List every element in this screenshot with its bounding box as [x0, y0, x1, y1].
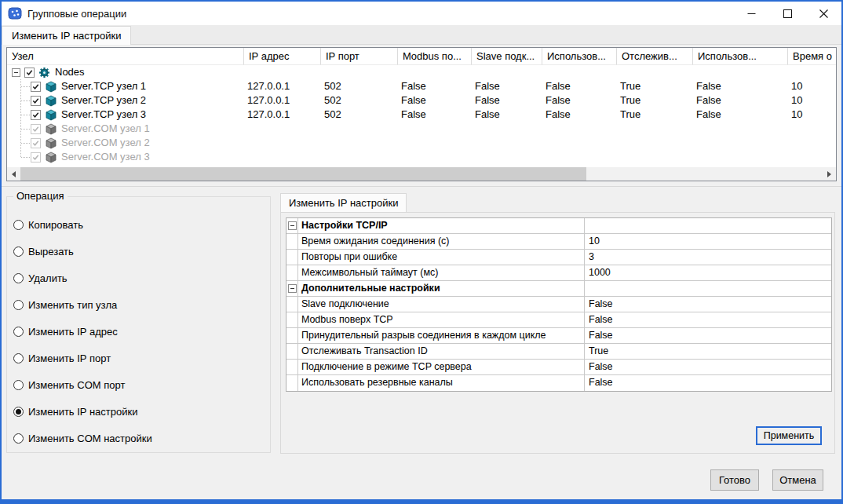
tree-connector — [12, 93, 31, 108]
maximize-button[interactable] — [769, 2, 805, 25]
scrollbar-thumb[interactable] — [20, 167, 586, 181]
scroll-left-arrow-icon[interactable] — [7, 167, 20, 181]
property-value[interactable]: False — [585, 312, 831, 327]
tree-node-label[interactable]: Server.TCP узел 1 — [61, 79, 146, 93]
checkbox-tcp3[interactable] — [31, 110, 41, 120]
radio-delete[interactable]: Удалить — [13, 265, 264, 291]
column-header-node[interactable]: Узел — [7, 48, 244, 65]
radio-change-node-type[interactable]: Изменить тип узла — [13, 291, 264, 318]
radio-change-ip-settings[interactable]: Изменить IP настройки — [13, 398, 264, 425]
tree-row-tcp1[interactable]: Server.TCP узел 1 127.0.0.1 502 False Fa… — [7, 79, 836, 93]
server-tcp-icon — [45, 81, 57, 93]
property-value[interactable]: 10 — [585, 234, 831, 249]
minimize-button[interactable] — [733, 2, 769, 25]
gear-icon — [38, 67, 51, 79]
nodes-tree-panel: Узел IP адрес IP порт Modbus по... Slave… — [6, 47, 837, 181]
column-header-ip-port[interactable]: IP порт — [321, 48, 398, 65]
property-row[interactable]: Подключение в режиме TCP сервера False — [286, 360, 831, 375]
column-header-use1[interactable]: Использов... — [542, 48, 617, 65]
radio-label: Копировать — [28, 219, 83, 231]
radio-change-ip-address[interactable]: Изменить IP адрес — [13, 318, 264, 345]
tree-node-label[interactable]: Server.TCP узел 2 — [61, 93, 146, 108]
property-row[interactable]: Slave подключение False — [286, 297, 831, 312]
radio-icon — [13, 380, 24, 390]
cell-use1: False — [542, 108, 617, 122]
tree-row-tcp3[interactable]: Server.TCP узел 3 127.0.0.1 502 False Fa… — [7, 108, 836, 122]
column-header-modbus[interactable]: Modbus по... — [398, 48, 472, 65]
radio-copy[interactable]: Копировать — [13, 211, 264, 238]
property-value[interactable]: False — [585, 375, 831, 391]
property-name: Подключение в режиме TCP сервера — [298, 360, 585, 374]
property-name: Использовать резервные каналы — [298, 375, 585, 391]
property-name: Modbus поверх TCP — [298, 312, 585, 327]
cancel-button[interactable]: Отмена — [772, 469, 823, 491]
tree-connector — [12, 122, 31, 136]
property-row[interactable]: Принудительный разрыв соединения в каждо… — [286, 328, 831, 344]
property-category-row[interactable]: Дополнительные настройки — [286, 281, 831, 297]
cell-time: 10 — [788, 79, 837, 93]
tree-connector — [12, 79, 31, 93]
property-row[interactable]: Modbus поверх TCP False — [286, 312, 831, 328]
scroll-right-arrow-icon[interactable] — [823, 167, 836, 181]
cell-ip-address: 127.0.0.1 — [244, 93, 321, 108]
server-com-icon — [45, 123, 57, 135]
category-title: Настройки TCP/IP — [298, 218, 585, 233]
property-category-row[interactable]: Настройки TCP/IP — [286, 218, 831, 234]
tree-connector — [12, 136, 31, 150]
close-button[interactable] — [805, 2, 841, 25]
radio-label: Изменить тип узла — [28, 299, 117, 311]
tree-row-com2: Server.COM узел 2 — [7, 136, 836, 150]
radio-icon — [13, 327, 24, 337]
radio-label: Изменить IP адрес — [28, 326, 118, 338]
cell-track: True — [617, 108, 693, 122]
column-header-slave[interactable]: Slave подк... — [472, 48, 542, 65]
tree-node-label[interactable]: Nodes — [55, 65, 85, 79]
property-name: Время ожидания соединения (с) — [298, 234, 585, 249]
checkbox-com2-disabled — [31, 138, 41, 148]
column-header-use2[interactable]: Использов... — [693, 48, 788, 65]
property-value[interactable]: 3 — [585, 250, 831, 265]
collapse-icon[interactable] — [288, 284, 297, 293]
property-row[interactable]: Отслеживать Transaction ID True — [286, 344, 831, 360]
checkbox-root[interactable] — [24, 68, 35, 78]
radio-change-com-port[interactable]: Изменить COM порт — [13, 371, 264, 398]
property-value[interactable]: False — [585, 328, 831, 343]
dialog-window: Групповые операции Изменить IP настройки… — [0, 0, 843, 504]
checkbox-tcp1[interactable] — [31, 82, 41, 92]
radio-change-com-settings[interactable]: Изменить COM настройки — [13, 425, 264, 451]
server-com-icon — [45, 137, 57, 149]
cell-use1: False — [542, 79, 617, 93]
column-header-time[interactable]: Время о — [788, 48, 837, 65]
tree-row-tcp2[interactable]: Server.TCP узел 2 127.0.0.1 502 False Fa… — [7, 93, 836, 108]
property-row[interactable]: Время ожидания соединения (с) 10 — [286, 234, 831, 250]
horizontal-scrollbar[interactable] — [7, 167, 836, 181]
tab-change-ip-settings[interactable]: Изменить IP настройки — [2, 26, 131, 45]
column-header-ip-address[interactable]: IP адрес — [244, 48, 321, 65]
settings-tab[interactable]: Изменить IP настройки — [280, 193, 407, 212]
checkbox-tcp2[interactable] — [31, 96, 41, 106]
cell-use2: False — [693, 108, 788, 122]
title-bar: Групповые операции — [2, 2, 841, 25]
property-row[interactable]: Межсимвольный таймаут (мс) 1000 — [286, 265, 831, 281]
cell-slave: False — [472, 79, 542, 93]
tree-connector — [12, 150, 31, 164]
apply-button[interactable]: Применить — [756, 426, 822, 445]
column-header-track[interactable]: Отслежив... — [617, 48, 693, 65]
property-name: Отслеживать Transaction ID — [298, 344, 585, 359]
window-border-top — [0, 0, 843, 2]
tree-row-root[interactable]: Nodes — [7, 65, 836, 79]
radio-cut[interactable]: Вырезать — [13, 238, 264, 265]
collapse-icon[interactable] — [288, 221, 297, 230]
property-row[interactable]: Повторы при ошибке 3 — [286, 250, 831, 265]
property-value[interactable]: 1000 — [585, 265, 831, 280]
property-value[interactable]: False — [585, 360, 831, 374]
collapse-expander-icon[interactable] — [12, 68, 20, 77]
property-value[interactable]: False — [585, 297, 831, 312]
property-row[interactable]: Использовать резервные каналы False — [286, 375, 831, 391]
radio-selected-icon — [13, 407, 24, 417]
done-button[interactable]: Готово — [710, 469, 759, 491]
tree-node-label[interactable]: Server.TCP узел 3 — [61, 108, 146, 122]
server-tcp-icon — [45, 109, 57, 121]
radio-change-ip-port[interactable]: Изменить IP порт — [13, 345, 264, 371]
property-value[interactable]: True — [585, 344, 831, 359]
